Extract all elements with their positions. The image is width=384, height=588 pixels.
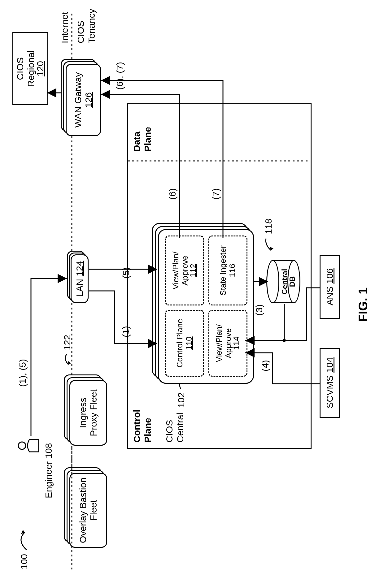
cios-central-label: CIOSCentral [164, 413, 185, 443]
control-plane-box-label: Control Plane [175, 319, 185, 368]
overlay-bastion-fleet: Overlay BastionFleet [64, 467, 107, 548]
engineer-icon [17, 436, 43, 455]
state-ingester-label: State Ingester [219, 245, 228, 296]
lan-box: LAN 124 [67, 251, 89, 303]
edge-7: (7) [211, 188, 221, 200]
overlay-bastion-label: Overlay BastionFleet [78, 478, 99, 543]
vpa2-label: View/Plan/Approve [214, 324, 233, 362]
scvms-ref: 104 [325, 357, 335, 373]
data-plane-label: DataPlane [132, 127, 153, 152]
cios-central-stack: Control Plane 110 View/Plan/Approve 112 … [152, 223, 254, 384]
vpa1-ref: 112 [188, 264, 198, 277]
cios-regional-ref: 120 [35, 61, 45, 76]
ingress-proxy-label: IngressProxy Fleet [78, 389, 99, 436]
scvms-label: SCVMS [325, 375, 335, 409]
internet-label: Internet [59, 12, 70, 43]
cios-regional: CIOSRegional 120 [12, 32, 48, 105]
edge-5: (5) [121, 267, 132, 279]
wan-label: WAN Gatway [73, 72, 84, 128]
vpa-114-box: View/Plan/Approve 114 [208, 310, 247, 377]
tenancy-label: CIOSTenancy [76, 9, 97, 43]
ingress-proxy-fleet: IngressProxy Fleet [64, 374, 107, 446]
ans-ref: 106 [325, 268, 335, 284]
lan-ref: 124 [74, 261, 85, 276]
vpa-112-box: View/Plan/Approve 112 [165, 236, 204, 305]
edge-4: (4) [260, 360, 271, 371]
edge-1: (1) [121, 326, 132, 337]
edge-1-5: (1), (5) [17, 359, 28, 387]
vpa1-label: View/Plan/Approve [171, 252, 190, 289]
ingress-proxy-ref: 122 [62, 335, 73, 366]
central-db-ref: 118 [263, 219, 274, 252]
cios-regional-label: CIOSRegional [15, 50, 36, 87]
central-db: CentralDB [266, 260, 300, 303]
state-ingester-ref: 116 [228, 264, 237, 277]
figure-caption: FIG. 1 [356, 288, 370, 322]
control-plane-label: ControlPlane [132, 409, 153, 443]
edge-6: (6) [167, 188, 178, 200]
edge-3: (3) [254, 304, 265, 316]
lan-label: LAN [74, 279, 85, 297]
wan-ref: 126 [83, 92, 94, 108]
edge-6-7: (6), (7) [115, 62, 125, 90]
diagram-stage: 100 Engineer 108 Overlay BastionFleet In… [0, 0, 384, 588]
ans-label: ANS [325, 286, 335, 305]
engineer-label: Engineer 108 [43, 443, 54, 498]
ans-box: ANS 106 [320, 255, 340, 319]
vpa2-ref: 114 [232, 336, 241, 350]
central-db-label: CentralDB [281, 260, 296, 303]
scvms-box: SCVMS 104 [320, 348, 340, 418]
control-plane-box-ref: 110 [185, 336, 194, 350]
wan-gateway: WAN Gatway 126 [61, 59, 101, 136]
svg-point-0 [18, 442, 26, 449]
figure-ref: 100 [18, 530, 30, 569]
state-ingester-box: State Ingester 116 [208, 236, 247, 305]
control-plane-box: Control Plane 110 [165, 310, 204, 377]
